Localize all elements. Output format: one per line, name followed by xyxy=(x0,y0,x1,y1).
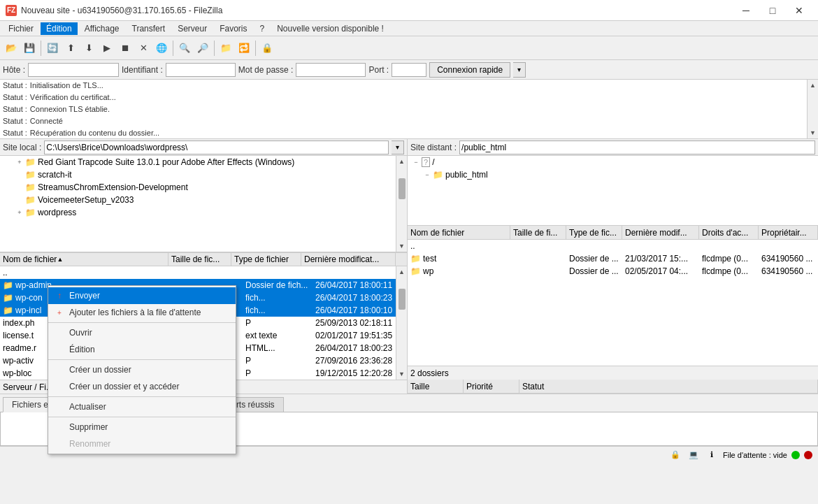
ctx-send[interactable]: ↑ Envoyer xyxy=(48,287,236,304)
queue-status: File d'attente : vide xyxy=(723,451,787,459)
scroll-up-arrow[interactable]: ▲ xyxy=(808,80,819,91)
tb-stop-btn[interactable]: ⏹ xyxy=(117,40,134,57)
close-button[interactable]: ✕ xyxy=(786,0,812,21)
tb-cancel-btn[interactable]: ✕ xyxy=(135,40,152,57)
menu-transfert[interactable]: Transfert xyxy=(127,22,171,35)
menu-affichage[interactable]: Affichage xyxy=(79,22,125,35)
folder-icon: 📁 xyxy=(25,157,36,167)
local-tree-scrollbar[interactable]: ▲ ▼ xyxy=(396,156,407,252)
user-input[interactable] xyxy=(166,63,236,77)
col-date[interactable]: Dernière modificat... xyxy=(301,253,396,266)
remote-file-list: .. 📁test Dossier de ... 21/03/2017 15:..… xyxy=(408,240,818,366)
scroll-down[interactable]: ▼ xyxy=(396,240,408,252)
pass-input[interactable] xyxy=(296,63,366,77)
menu-fichier[interactable]: Fichier xyxy=(3,22,39,35)
local-path-input[interactable] xyxy=(44,141,389,154)
ctx-delete[interactable]: Supprimer xyxy=(48,419,236,435)
ctx-rename: Renommer xyxy=(48,435,236,452)
tree-expander[interactable]: + xyxy=(14,209,25,216)
rcol-owner[interactable]: Propriétair... xyxy=(759,226,818,239)
scroll-thumb xyxy=(399,289,406,310)
tree-expander[interactable]: + xyxy=(14,159,25,166)
menu-help[interactable]: ? xyxy=(254,22,271,35)
minimize-button[interactable]: ─ xyxy=(733,0,759,21)
scroll-up[interactable]: ▲ xyxy=(396,266,408,278)
tb-sitemanager-btn[interactable]: 🌐 xyxy=(153,40,170,57)
user-label: Identifiant : xyxy=(122,65,163,75)
q-priority[interactable]: Priorité xyxy=(464,380,519,393)
file-row[interactable]: .. xyxy=(0,266,407,279)
tb-search2-btn[interactable]: 🔎 xyxy=(194,40,211,57)
titlebar-controls[interactable]: ─ □ ✕ xyxy=(733,0,812,21)
q-size[interactable]: Taille xyxy=(408,380,464,393)
local-filelist-scrollbar[interactable]: ▲ ▼ xyxy=(396,266,407,380)
titlebar-left: FZ Nouveau site - u634190560@31.170.165.… xyxy=(6,5,222,16)
tree-item[interactable]: + 📁 wordpress xyxy=(0,206,407,219)
rcol-date[interactable]: Dernière modif... xyxy=(622,226,699,239)
scroll-down-arrow[interactable]: ▼ xyxy=(808,127,819,138)
tree-item[interactable]: + 📁 Red Giant Trapcode Suite 13.0.1 pour… xyxy=(0,156,407,168)
connect-button[interactable]: Connexion rapide xyxy=(429,62,510,78)
pass-label: Mot de passe : xyxy=(238,65,294,75)
maximize-button[interactable]: □ xyxy=(759,0,786,21)
remote-bottom-status: 2 dossiers xyxy=(408,366,818,380)
port-label: Port : xyxy=(368,65,389,75)
rcol-rights[interactable]: Droits d'ac... xyxy=(699,226,759,239)
menu-new-version[interactable]: Nouvelle version disponible ! xyxy=(271,22,389,35)
ctx-queue[interactable]: + Ajouter les fichiers à la file d'atten… xyxy=(48,304,236,321)
menu-edition[interactable]: Édition xyxy=(41,22,78,35)
tb-up-btn[interactable]: ⬆ xyxy=(62,40,79,57)
tb-sync-btn[interactable]: 🔁 xyxy=(236,40,252,57)
tb-open-btn[interactable]: 📂 xyxy=(3,40,20,57)
tb-sep1 xyxy=(41,41,41,56)
file-row[interactable]: 📁test Dossier de ... 21/03/2017 15:... f… xyxy=(408,252,818,265)
local-path-dropdown[interactable]: ▾ xyxy=(392,141,404,154)
local-tree: + 📁 Red Giant Trapcode Suite 13.0.1 pour… xyxy=(0,156,407,252)
status-scrollbar[interactable]: ▲ ▼ xyxy=(807,80,818,138)
tree-item[interactable]: 📁 StreamusChromExtension-Development xyxy=(0,181,407,194)
port-input[interactable] xyxy=(392,63,426,77)
tb-folder-btn[interactable]: 📁 xyxy=(217,40,234,57)
file-row[interactable]: 📁wp Dossier de ... 02/05/2017 04:... flc… xyxy=(408,265,818,278)
col-type[interactable]: Type de fichier xyxy=(231,253,301,266)
menu-favoris[interactable]: Favoris xyxy=(214,22,252,35)
rcol-size[interactable]: Taille de fi... xyxy=(510,226,566,239)
titlebar: FZ Nouveau site - u634190560@31.170.165.… xyxy=(0,0,818,21)
ctx-sep2 xyxy=(48,359,236,360)
scroll-thumb xyxy=(399,178,406,199)
tree-item[interactable]: − 📁 public_html xyxy=(408,168,818,181)
scroll-down[interactable]: ▼ xyxy=(396,368,408,380)
tb-process-btn[interactable]: ▶ xyxy=(99,40,115,57)
connect-dropdown[interactable]: ▾ xyxy=(513,62,526,78)
tb-save-btn[interactable]: 💾 xyxy=(21,40,38,57)
ctx-refresh[interactable]: Actualiser xyxy=(48,398,236,415)
indicator-green xyxy=(791,451,800,459)
tree-item[interactable]: 📁 VoicemeeterSetup_v2033 xyxy=(0,194,407,206)
remote-tree: − ? / − 📁 public_html xyxy=(408,156,818,226)
col-spacer xyxy=(396,253,407,266)
ctx-mkdir[interactable]: Créer un dossier xyxy=(48,361,236,378)
tree-item[interactable]: 📁 scratch-it xyxy=(0,168,407,181)
tree-item[interactable]: − ? / xyxy=(408,156,818,168)
q-status[interactable]: Statut xyxy=(519,380,818,393)
ctx-mkdir-cd[interactable]: Créer un dossier et y accéder xyxy=(48,378,236,395)
tb-lock-btn[interactable]: 🔒 xyxy=(259,40,275,57)
scroll-up[interactable]: ▲ xyxy=(396,156,408,167)
tb-search1-btn[interactable]: 🔍 xyxy=(176,40,193,57)
tb-refresh-btn[interactable]: 🔄 xyxy=(44,40,61,57)
tb-sep4 xyxy=(255,41,256,56)
remote-col-headers: Nom de fichier Taille de fi... Type de f… xyxy=(408,226,818,240)
status-line-1: Statut : Initialisation de TLS... xyxy=(3,81,815,93)
tb-down-btn[interactable]: ⬇ xyxy=(80,40,97,57)
ctx-open[interactable]: Ouvrir xyxy=(48,324,236,341)
rcol-type[interactable]: Type de fic... xyxy=(566,226,622,239)
menu-serveur[interactable]: Serveur xyxy=(172,22,213,35)
ctx-edit[interactable]: Édition xyxy=(48,341,236,358)
col-name[interactable]: Nom de fichier ▲ xyxy=(0,253,168,266)
col-size[interactable]: Taille de fic... xyxy=(168,253,231,266)
remote-path-label: Site distant : xyxy=(410,143,457,152)
rcol-name[interactable]: Nom de fichier xyxy=(408,226,510,239)
file-row[interactable]: .. xyxy=(408,240,818,252)
host-input[interactable] xyxy=(28,63,119,77)
remote-path-input[interactable] xyxy=(459,141,815,154)
